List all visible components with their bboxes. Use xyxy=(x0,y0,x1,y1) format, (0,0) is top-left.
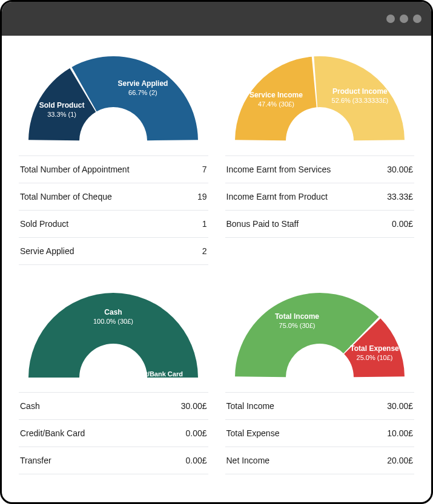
window-controls xyxy=(386,15,421,23)
panel-payment-methods: Cash100.0% (30£)Credit/Bank CardCash30.0… xyxy=(19,287,208,474)
stat-row: Sold Product1 xyxy=(19,211,208,238)
stat-row: Net Income20.00£ xyxy=(225,447,415,474)
stat-label: Transfer xyxy=(20,456,51,465)
stat-value: 0.00£ xyxy=(185,428,207,438)
stat-label: Income Earnt from Services xyxy=(226,165,331,174)
svg-text:Product Income: Product Income xyxy=(332,87,388,96)
stat-label: Income Earnt from Product xyxy=(226,192,328,201)
content: Sold Product33.3% (1)Servie Applied66.7%… xyxy=(2,36,431,502)
panel-net: Total Income75.0% (30£)Total Expense25.0… xyxy=(225,287,415,474)
stat-row: Servie Applied2 xyxy=(19,238,208,265)
stat-row: Total Income30.00£ xyxy=(225,393,415,420)
svg-text:Total Income: Total Income xyxy=(275,312,319,321)
stat-value: 2 xyxy=(202,246,207,256)
panel-appointments: Sold Product33.3% (1)Servie Applied66.7%… xyxy=(19,50,208,265)
svg-text:Total Expense: Total Expense xyxy=(350,344,399,353)
chart-slice xyxy=(28,293,198,378)
stat-label: Net Income xyxy=(226,456,270,465)
half-donut-chart: Sold Product33.3% (1)Servie Applied66.7%… xyxy=(22,50,204,147)
stat-row: Income Earnt from Product33.33£ xyxy=(225,183,415,211)
stat-label: Total Number of Cheque xyxy=(20,192,112,201)
stat-value: 1 xyxy=(202,219,207,229)
stat-label: Total Income xyxy=(226,401,274,411)
chart-slice xyxy=(72,56,199,140)
stats-list: Total Number of Appointment7Total Number… xyxy=(19,155,208,265)
svg-text:Service Income: Service Income xyxy=(250,91,303,99)
stats-list: Cash30.00£Credit/Bank Card0.00£Transfer0… xyxy=(19,392,208,474)
stats-list: Income Earnt from Services30.00£Income E… xyxy=(225,155,415,238)
panel-income-sources: Service Income47.4% (30£)Product Income5… xyxy=(225,50,415,265)
stat-value: 30.00£ xyxy=(181,401,207,411)
stat-value: 10.00£ xyxy=(387,428,413,438)
stat-value: 7 xyxy=(202,165,207,174)
stat-label: Bonus Paid to Staff xyxy=(226,219,299,229)
stat-row: Income Earnt from Services30.00£ xyxy=(225,156,415,183)
stat-row: Cash30.00£ xyxy=(19,393,208,420)
svg-text:Sold Product: Sold Product xyxy=(39,101,85,110)
svg-text:33.3% (1): 33.3% (1) xyxy=(48,111,77,118)
stat-label: Total Number of Appointment xyxy=(20,165,130,174)
stat-row: Credit/Bank Card0.00£ xyxy=(19,420,208,447)
window-frame: Sold Product33.3% (1)Servie Applied66.7%… xyxy=(0,0,433,504)
window-button-maximize[interactable] xyxy=(400,15,408,23)
svg-text:Credit/Bank Card: Credit/Bank Card xyxy=(128,370,183,378)
stat-row: Transfer0.00£ xyxy=(19,447,208,474)
stat-row: Bonus Paid to Staff0.00£ xyxy=(225,211,415,238)
stat-row: Total Number of Appointment7 xyxy=(19,156,208,183)
svg-text:47.4% (30£): 47.4% (30£) xyxy=(258,100,294,108)
stat-label: Sold Product xyxy=(20,219,68,229)
stat-label: Total Expense xyxy=(226,428,280,438)
window-button-minimize[interactable] xyxy=(386,15,395,23)
stat-value: 20.00£ xyxy=(387,456,413,465)
half-donut-chart: Service Income47.4% (30£)Product Income5… xyxy=(229,50,411,147)
stat-value: 0.00£ xyxy=(392,219,413,229)
stat-value: 19 xyxy=(197,192,207,201)
titlebar xyxy=(2,2,431,36)
stat-value: 30.00£ xyxy=(387,401,413,411)
svg-text:Cash: Cash xyxy=(105,308,122,316)
svg-text:52.6% (33.33333£): 52.6% (33.33333£) xyxy=(331,97,388,104)
svg-text:Servie Applied: Servie Applied xyxy=(118,79,168,88)
stat-value: 33.33£ xyxy=(387,192,413,201)
half-donut-chart: Cash100.0% (30£)Credit/Bank Card xyxy=(22,287,204,384)
stats-list: Total Income30.00£Total Expense10.00£Net… xyxy=(225,392,415,474)
stat-value: 0.00£ xyxy=(185,456,207,465)
window-button-close[interactable] xyxy=(413,15,421,23)
stat-row: Total Expense10.00£ xyxy=(225,420,415,447)
svg-text:100.0% (30£): 100.0% (30£) xyxy=(93,318,133,325)
stat-label: Credit/Bank Card xyxy=(20,428,85,438)
stat-value: 30.00£ xyxy=(387,165,413,174)
stat-row: Total Number of Cheque19 xyxy=(19,183,208,211)
svg-text:75.0% (30£): 75.0% (30£) xyxy=(279,322,315,329)
dashboard-grid: Sold Product33.3% (1)Servie Applied66.7%… xyxy=(19,50,414,474)
svg-text:25.0% (10£): 25.0% (10£) xyxy=(356,354,392,361)
stat-label: Cash xyxy=(20,401,40,411)
stat-label: Servie Applied xyxy=(20,246,74,256)
svg-text:66.7% (2): 66.7% (2) xyxy=(128,89,157,96)
half-donut-chart: Total Income75.0% (30£)Total Expense25.0… xyxy=(229,287,411,384)
